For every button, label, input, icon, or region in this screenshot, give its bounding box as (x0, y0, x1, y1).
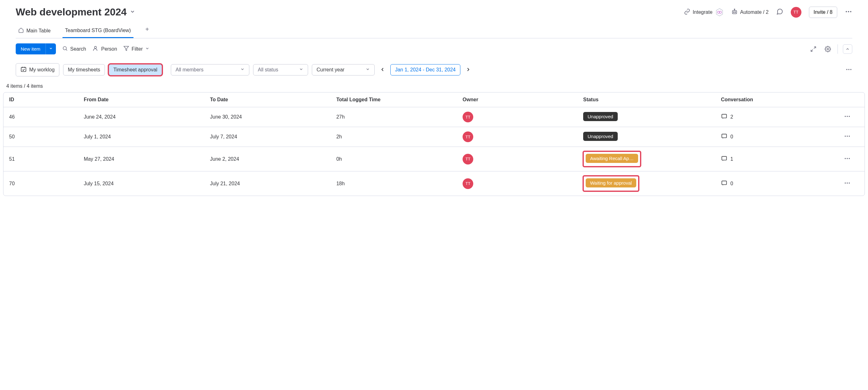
search-label: Search (70, 46, 86, 52)
cell-conversation[interactable]: 2 (715, 107, 830, 127)
cell-from-date: June 24, 2024 (78, 107, 205, 127)
chevron-down-icon (299, 67, 303, 73)
tab-teamboard[interactable]: Teamboard STG (BoardView) (62, 25, 133, 38)
svg-point-38 (847, 183, 848, 184)
svg-point-9 (848, 11, 849, 12)
robot-icon (732, 8, 738, 16)
status-badge[interactable]: Unapproved (583, 112, 618, 121)
filter-chevron-icon (145, 46, 150, 52)
table-row[interactable]: 51May 27, 2024June 2, 20240hTTAwaiting R… (3, 147, 865, 171)
cell-owner: TT (457, 171, 578, 196)
cell-to-date: July 7, 2024 (205, 127, 331, 147)
invite-button[interactable]: Invite / 8 (809, 7, 837, 18)
filter-more-icon[interactable] (845, 66, 852, 74)
my-worklog-button[interactable]: My worklog (16, 63, 59, 77)
header-more-icon[interactable] (845, 8, 852, 16)
board-title: Web development 2024 (16, 6, 127, 18)
automate-label: Automate / 2 (740, 9, 769, 15)
cell-id: 46 (3, 107, 78, 127)
svg-point-10 (850, 11, 851, 12)
owner-avatar[interactable]: TT (463, 112, 473, 122)
conversation-count: 2 (731, 114, 733, 120)
row-more-button[interactable] (844, 135, 851, 141)
fullscreen-button[interactable] (809, 44, 818, 54)
cell-status: Unapproved (578, 107, 715, 127)
row-more-button[interactable] (844, 158, 851, 163)
board-title-chevron-icon[interactable] (130, 9, 135, 16)
automate-button[interactable]: Automate / 2 (732, 8, 769, 16)
cell-id: 51 (3, 147, 78, 171)
svg-marker-14 (124, 46, 128, 51)
owner-avatar[interactable]: TT (463, 132, 473, 142)
date-prev-button[interactable] (378, 65, 386, 75)
my-timesheets-button[interactable]: My timesheets (63, 64, 105, 76)
cell-total: 2h (331, 127, 457, 147)
status-badge[interactable]: Awaiting Recall Ap… (586, 154, 638, 163)
status-select[interactable]: All status (253, 64, 308, 76)
svg-point-11 (63, 47, 67, 50)
th-status[interactable]: Status (578, 92, 715, 107)
owner-avatar[interactable]: TT (463, 154, 473, 165)
calendar-icon (21, 66, 27, 74)
table-row[interactable]: 46June 24, 2024June 30, 202427hTTUnappro… (3, 107, 865, 127)
cell-conversation[interactable]: 0 (715, 127, 830, 147)
user-avatar[interactable]: TT (791, 7, 801, 18)
status-select-label: All status (258, 67, 278, 73)
tab-main-table[interactable]: Main Table (16, 24, 53, 38)
filter-button[interactable]: Filter (123, 46, 150, 53)
person-button[interactable]: Person (92, 45, 117, 53)
status-badge[interactable]: Waiting for approval (586, 178, 636, 188)
collapse-button[interactable] (843, 44, 852, 54)
svg-point-33 (845, 158, 846, 159)
integrate-button[interactable]: Integrate (684, 8, 724, 17)
cell-to-date: July 21, 2024 (205, 171, 331, 196)
cell-total: 0h (331, 147, 457, 171)
svg-point-39 (849, 183, 850, 184)
year-select[interactable]: Current year (312, 64, 375, 76)
svg-point-13 (95, 46, 97, 49)
timesheet-approval-button[interactable]: Timesheet approval (108, 64, 162, 76)
th-to[interactable]: To Date (205, 92, 331, 107)
svg-rect-18 (21, 67, 26, 72)
cell-id: 70 (3, 171, 78, 196)
svg-point-17 (827, 48, 829, 50)
svg-point-35 (849, 158, 850, 159)
svg-point-26 (847, 116, 848, 117)
status-badge[interactable]: Unapproved (583, 132, 618, 141)
row-more-button[interactable] (844, 182, 851, 188)
row-more-button[interactable] (844, 115, 851, 121)
integrate-icon (684, 8, 690, 16)
table-row[interactable]: 50July 1, 2024July 7, 20242hTTUnapproved… (3, 127, 865, 147)
th-owner[interactable]: Owner (457, 92, 578, 107)
th-conversation[interactable]: Conversation (715, 92, 830, 107)
conversation-count: 1 (731, 156, 733, 162)
chat-icon (776, 8, 783, 16)
svg-rect-28 (722, 134, 726, 138)
settings-button[interactable] (823, 44, 833, 54)
cell-conversation[interactable]: 0 (715, 171, 830, 196)
filter-label: Filter (132, 46, 143, 52)
cell-conversation[interactable]: 1 (715, 147, 830, 171)
svg-point-30 (847, 136, 848, 137)
comments-button[interactable] (776, 8, 783, 16)
svg-point-25 (845, 116, 846, 117)
th-id[interactable]: ID (3, 92, 78, 107)
svg-point-31 (849, 136, 850, 137)
chat-icon (721, 180, 727, 188)
search-icon (62, 46, 68, 53)
table-row[interactable]: 70July 15, 2024July 21, 202418hTTWaiting… (3, 171, 865, 196)
add-tab-button[interactable]: + (143, 26, 152, 37)
new-item-dropdown[interactable] (45, 44, 56, 54)
svg-point-27 (849, 116, 850, 117)
chevron-down-icon (366, 67, 370, 73)
date-range-button[interactable]: Jan 1, 2024 - Dec 31, 2024 (390, 64, 460, 76)
date-next-button[interactable] (464, 65, 472, 75)
svg-line-12 (66, 49, 67, 51)
owner-avatar[interactable]: TT (463, 178, 473, 189)
cell-to-date: June 2, 2024 (205, 147, 331, 171)
th-total[interactable]: Total Logged Time (331, 92, 457, 107)
members-select[interactable]: All members (171, 64, 249, 76)
th-from[interactable]: From Date (78, 92, 205, 107)
search-button[interactable]: Search (62, 46, 86, 53)
new-item-button[interactable]: New item (16, 44, 45, 54)
